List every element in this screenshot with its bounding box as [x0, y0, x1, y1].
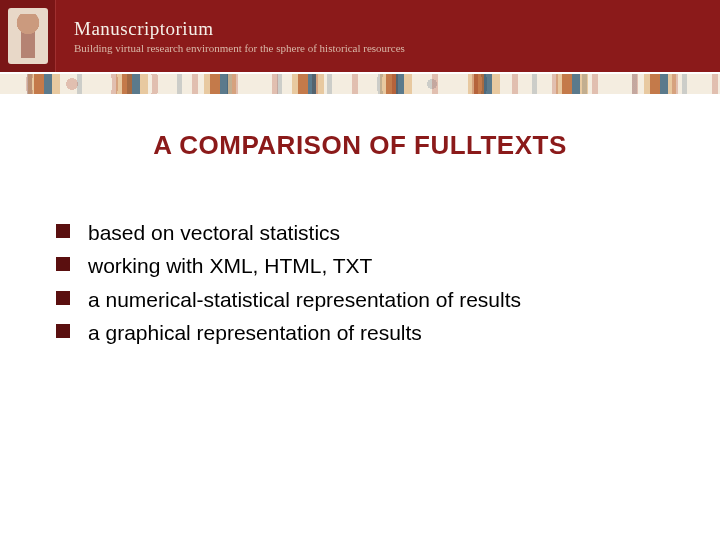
list-item: working with XML, HTML, TXT — [56, 252, 670, 279]
bullet-text: a graphical representation of results — [88, 319, 422, 346]
list-item: a graphical representation of results — [56, 319, 670, 346]
list-item: based on vectoral statistics — [56, 219, 670, 246]
brand-subtitle: Building virtual research environment fo… — [74, 42, 405, 54]
square-bullet-icon — [56, 257, 70, 271]
square-bullet-icon — [56, 291, 70, 305]
bullet-text: working with XML, HTML, TXT — [88, 252, 372, 279]
slide-title: A COMPARISON OF FULLTEXTS — [50, 130, 670, 161]
brand-title: Manuscriptorium — [74, 18, 405, 40]
header-text: Manuscriptorium Building virtual researc… — [56, 18, 405, 54]
bullet-list: based on vectoral statistics working wit… — [50, 219, 670, 346]
square-bullet-icon — [56, 324, 70, 338]
header-bar: MANUSCRIPTORIUM Manuscriptorium Building… — [0, 0, 720, 72]
list-item: a numerical-statistical representation o… — [56, 286, 670, 313]
bullet-text: based on vectoral statistics — [88, 219, 340, 246]
slide-content: A COMPARISON OF FULLTEXTS based on vecto… — [0, 98, 720, 346]
logo-block: MANUSCRIPTORIUM — [0, 0, 56, 72]
logo-illustration: MANUSCRIPTORIUM — [8, 8, 48, 64]
square-bullet-icon — [56, 224, 70, 238]
ornament-band — [0, 72, 720, 98]
bullet-text: a numerical-statistical representation o… — [88, 286, 521, 313]
